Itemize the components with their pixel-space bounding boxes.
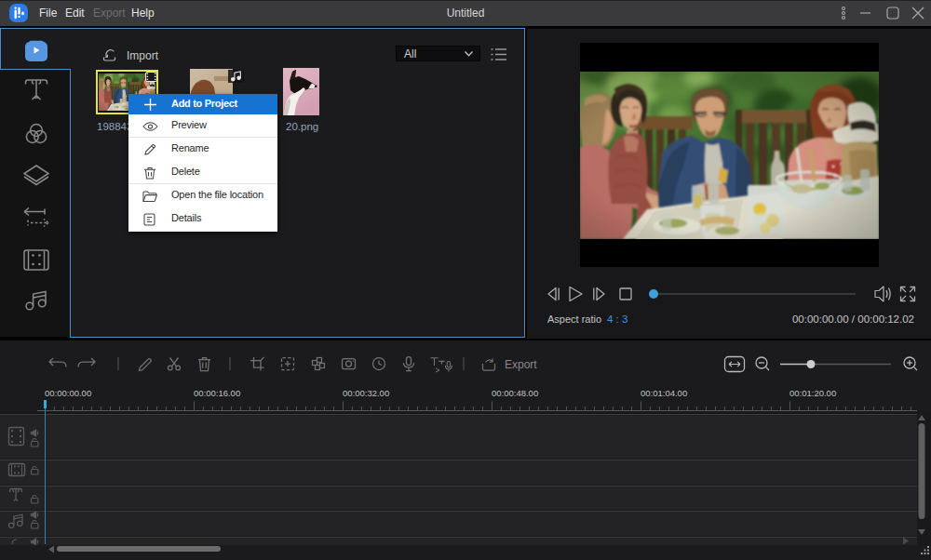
svg-text:Export: Export (505, 358, 537, 371)
